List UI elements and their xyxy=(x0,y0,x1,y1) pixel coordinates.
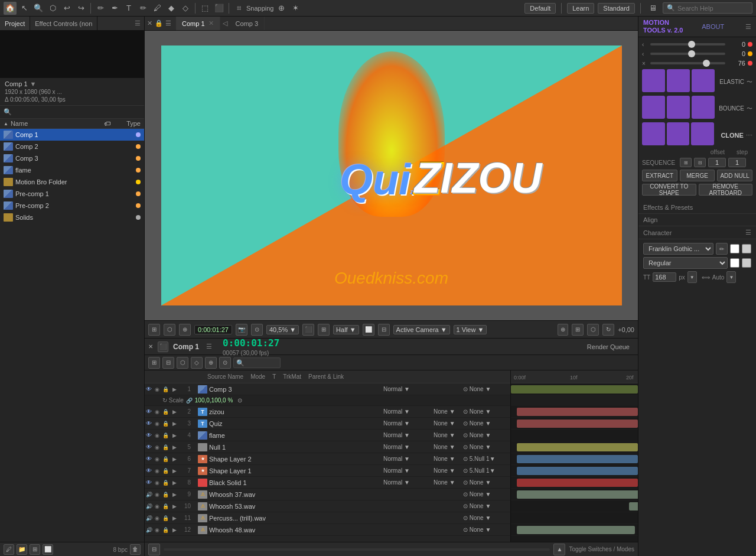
slider-y-thumb[interactable] xyxy=(688,50,695,57)
layer-row[interactable]: 🔊 ◉ 🔒 ▶ 11 ⚠ Percuss... (trill).wav ⊙ No… xyxy=(145,512,510,524)
tool-snap[interactable]: ⌗ xyxy=(232,2,245,15)
close-icon[interactable]: ✕ xyxy=(147,19,152,27)
layer-row[interactable]: 👁 ◉ 🔒 ▶ 5 Null 1 Normal ▼ None ▼ ⊙ None … xyxy=(145,441,510,453)
layer-row[interactable]: 🔊 ◉ 🔒 ▶ 9 ⚠ Whoosh 37.wav ⊙ None ▼ xyxy=(145,489,510,500)
slider-x-track[interactable] xyxy=(650,43,725,45)
layer-trkmat-2[interactable]: None ▼ xyxy=(434,408,463,415)
layer-lock-2[interactable]: 🔒 xyxy=(161,409,170,415)
layer-lock-1[interactable]: 🔒 xyxy=(161,386,170,392)
font-color-swatch[interactable] xyxy=(730,244,739,253)
zoom-dropdown[interactable]: 40,5% ▼ xyxy=(266,325,299,334)
slider-x-left[interactable]: ‹ xyxy=(642,41,648,48)
layer-parent-12[interactable]: ⊙ None ▼ xyxy=(463,526,510,533)
layer-parent-11[interactable]: ⊙ None ▼ xyxy=(463,515,510,521)
layer-expand-4[interactable]: ▶ xyxy=(170,433,179,438)
layer-lock-10[interactable]: 🔒 xyxy=(161,503,170,509)
tool-search[interactable]: 🔍 xyxy=(32,2,45,15)
timeline-ruler[interactable]: 0:00f 10f 20f 01:00f 10f 20f 02:00f xyxy=(511,370,638,383)
viewer-3d-btn[interactable]: ⊕ xyxy=(179,324,191,336)
layer-mode-8[interactable]: Normal ▼ xyxy=(383,479,422,486)
layer-expand-12[interactable]: ▶ xyxy=(170,527,179,533)
viewer-r3[interactable]: ↻ xyxy=(602,324,614,336)
layer-mode-6[interactable]: Normal ▼ xyxy=(383,456,422,462)
layer-solo-1[interactable]: ◉ xyxy=(153,386,161,392)
viewer-pixel-btn[interactable]: ⬜ xyxy=(363,324,374,336)
layer-solo-10[interactable]: ◉ xyxy=(153,503,161,509)
search-input[interactable] xyxy=(677,5,748,12)
layer-expand-10[interactable]: ▶ xyxy=(170,503,179,509)
tool-pen[interactable]: ✏ xyxy=(94,2,107,15)
layer-lock-3[interactable]: 🔒 xyxy=(161,421,170,427)
preset-b1[interactable] xyxy=(642,96,665,119)
layer-expand-6[interactable]: ▶ xyxy=(170,456,179,462)
layer-lock-9[interactable]: 🔒 xyxy=(161,492,170,498)
layer-vis-6[interactable]: 👁 xyxy=(145,456,153,462)
composition-canvas[interactable]: QuizZ ZIZOU Ouedkniss.com xyxy=(145,31,638,320)
list-item[interactable]: flame xyxy=(0,164,144,176)
tool-eraser[interactable]: ✏ xyxy=(136,2,149,15)
layer-trkmat-8[interactable]: None ▼ xyxy=(434,479,463,486)
layer-lock-5[interactable]: 🔒 xyxy=(161,444,170,450)
layer-lock-7[interactable]: 🔒 xyxy=(161,468,170,474)
layer-row[interactable]: 👁 ◉ 🔒 ▶ 3 T Quiz Normal ▼ None ▼ ⊙ None … xyxy=(145,418,510,430)
layer-solo-2[interactable]: ◉ xyxy=(153,409,161,415)
slider-z-left[interactable]: × xyxy=(642,60,648,67)
layer-vis-1[interactable]: 👁 xyxy=(145,386,153,392)
layer-vis-4[interactable]: 👁 xyxy=(145,432,153,438)
layer-solo-12[interactable]: ◉ xyxy=(153,527,161,533)
layer-mode-7[interactable]: Normal ▼ xyxy=(383,467,422,474)
workspace-default[interactable]: Default xyxy=(524,3,556,14)
tool-text[interactable]: T xyxy=(122,2,135,15)
layer-row[interactable]: 🔊 ◉ 🔒 ▶ 10 ⚠ Whoosh 53.wav ⊙ None ▼ xyxy=(145,500,510,512)
slider-x-value[interactable]: 0 xyxy=(728,41,745,48)
tool-brush[interactable]: 🖊 xyxy=(151,2,164,15)
preset-c2[interactable] xyxy=(667,122,690,145)
layer-row[interactable]: 👁 ◉ 🔒 ▶ 2 T zizou Normal ▼ None ▼ ⊙ None… xyxy=(145,406,510,418)
seq-input-1[interactable] xyxy=(708,158,726,167)
layer-aud-11[interactable]: 🔊 xyxy=(145,515,153,521)
seq-btn-1[interactable]: ⊞ xyxy=(680,158,692,167)
slider-x-thumb[interactable] xyxy=(688,41,695,48)
layer-expand-9[interactable]: ▶ xyxy=(170,492,179,498)
layer-parent-3[interactable]: ⊙ None ▼ xyxy=(463,420,510,427)
preset-e3[interactable] xyxy=(692,69,715,92)
tool-monitor[interactable]: 🖥 xyxy=(646,2,659,15)
layer-vis-2[interactable]: 👁 xyxy=(145,408,153,415)
tool-mask[interactable]: ⬚ xyxy=(198,2,211,15)
font-stroke-swatch[interactable] xyxy=(742,244,751,253)
viewer-r2[interactable]: ⬡ xyxy=(587,324,599,336)
tl-bottom-1[interactable]: ⊟ xyxy=(148,544,160,555)
layer-row[interactable]: 👁 ◉ 🔒 ▶ 7 ★ Shape Layer 1 Normal ▼ None … xyxy=(145,465,510,477)
nav-arrow[interactable]: ◁ xyxy=(220,19,230,27)
viewer-pixel2-btn[interactable]: ⊟ xyxy=(378,324,390,336)
layer-trkmat-7[interactable]: None ▼ xyxy=(434,467,463,474)
tool-pen2[interactable]: ✒ xyxy=(108,2,121,15)
tl-tool3[interactable]: ⬡ xyxy=(177,357,188,369)
new-item-btn[interactable]: 🖊 xyxy=(4,544,14,555)
layer-vis-3[interactable]: 👁 xyxy=(145,420,153,427)
style-color2[interactable] xyxy=(742,258,751,268)
new-comp-btn[interactable]: ⊞ xyxy=(30,544,40,555)
add-null-btn[interactable]: ADD NULL xyxy=(717,170,752,181)
viewer-quality-btn[interactable]: ⬛ xyxy=(302,324,314,336)
merge-btn[interactable]: MERGE xyxy=(680,170,715,181)
remove-artboard-btn[interactable]: REMOVE ARTBOARD xyxy=(699,184,753,196)
layer-expand-8[interactable]: ▶ xyxy=(170,480,179,486)
viewer-color-btn[interactable]: ⊙ xyxy=(251,324,263,336)
render-queue-tab[interactable]: Render Queue xyxy=(582,343,634,350)
layer-parent-6[interactable]: ⊙ 5.Null 1▼ xyxy=(463,456,510,462)
list-item[interactable]: Motion Bro Folder xyxy=(0,176,144,188)
viewer-trans-btn[interactable]: ⊞ xyxy=(318,324,330,336)
link-icon[interactable]: 🔗 xyxy=(186,398,193,404)
panel-menu[interactable]: ☰ xyxy=(131,19,144,27)
tool-select[interactable]: ↖ xyxy=(18,2,31,15)
timeline-ruler-slider[interactable] xyxy=(164,548,550,551)
tl-tool5[interactable]: ⊕ xyxy=(205,357,217,369)
layer-vis-8[interactable]: 👁 xyxy=(145,479,153,486)
layer-expand-11[interactable]: ▶ xyxy=(170,515,179,521)
layer-trkmat-4[interactable]: None ▼ xyxy=(434,432,463,438)
comp-tab-close[interactable]: ✕ xyxy=(208,19,214,27)
preset-b3[interactable] xyxy=(692,96,715,119)
slider-z-value[interactable]: 76 xyxy=(728,60,745,67)
slider-z-track[interactable] xyxy=(650,62,725,64)
